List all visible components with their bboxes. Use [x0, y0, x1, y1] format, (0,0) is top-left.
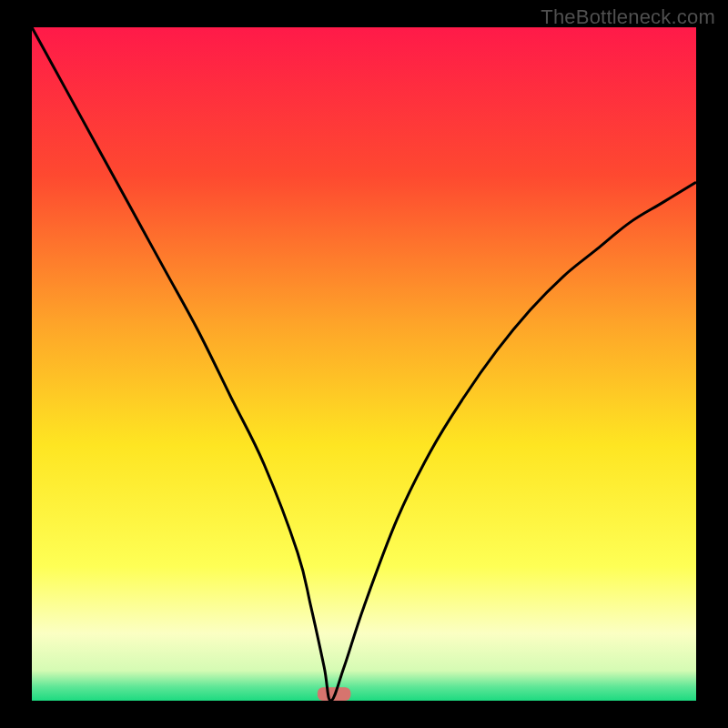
chart-container: TheBottleneck.com: [0, 0, 728, 728]
watermark-text: TheBottleneck.com: [541, 5, 715, 29]
bottleneck-chart: [0, 0, 728, 728]
plot-background: [32, 27, 696, 701]
